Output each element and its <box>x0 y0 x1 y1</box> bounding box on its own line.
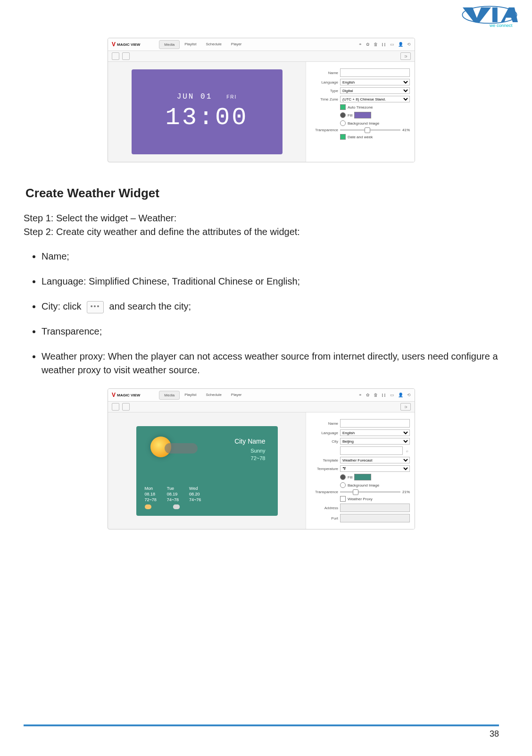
via-logo: we connect <box>461 5 518 28</box>
bullet-transparence: Transparence; <box>42 325 499 338</box>
w-transparence-slider[interactable] <box>340 491 400 493</box>
type-label: Type <box>311 89 338 93</box>
app-logo: VMAGIC VIEW <box>112 41 140 48</box>
w-city-label: City <box>311 439 338 444</box>
bgimg-radio[interactable] <box>340 120 346 126</box>
list-icon[interactable] <box>122 403 130 411</box>
gear-icon[interactable]: ✿ <box>366 42 370 47</box>
clock-editor-screenshot: VMAGIC VIEW Media Playlist Schedule Play… <box>108 38 415 162</box>
bullet-language: Language: Simplified Chinese, Traditiona… <box>42 275 499 288</box>
tab-media[interactable]: Media <box>159 391 180 400</box>
logo-tagline: we connect <box>489 23 513 28</box>
w-name-field[interactable] <box>340 419 410 428</box>
w-fill-radio[interactable] <box>340 474 346 480</box>
w-proxy-label: Weather Proxy <box>348 497 373 501</box>
w-address-label: Address <box>311 506 338 510</box>
w-city-select[interactable]: Beijing <box>340 438 410 445</box>
w-port-field[interactable] <box>340 514 410 522</box>
tab-schedule[interactable]: Schedule <box>201 391 226 400</box>
fill-radio[interactable] <box>340 112 346 118</box>
bullet-city: City: click ••• and search the city; <box>42 300 499 313</box>
timezone-label: Time Zone <box>311 97 338 101</box>
tab-playlist[interactable]: Playlist <box>180 391 201 400</box>
back-button[interactable]: ⊃ <box>400 403 411 411</box>
clock-weekday: FRI <box>226 94 237 100</box>
dateweek-checkbox[interactable] <box>340 134 346 140</box>
bullet-name: Name; <box>42 250 499 263</box>
w-fill-swatch[interactable] <box>354 474 371 480</box>
name-label: Name <box>311 71 338 75</box>
trash-icon[interactable]: 🗑 <box>374 42 378 47</box>
w-name-label: Name <box>311 421 338 426</box>
screen-icon[interactable]: ▭ <box>390 42 394 47</box>
weather-city: City Name <box>234 437 265 445</box>
chart-icon[interactable]: ⫿⫿ <box>382 393 386 397</box>
w-proxy-checkbox[interactable] <box>340 496 346 502</box>
app-tabs: Media Playlist Schedule Player <box>159 40 246 49</box>
auto-tz-label: Auto Timezone <box>348 105 373 109</box>
w-port-label: Port <box>311 516 338 521</box>
logout-icon[interactable]: ⟲ <box>407 393 411 397</box>
name-field[interactable] <box>340 68 410 77</box>
svg-rect-1 <box>492 8 498 22</box>
tab-playlist[interactable]: Playlist <box>180 40 201 49</box>
link-icon[interactable]: ⚭ <box>358 393 362 397</box>
tab-player[interactable]: Player <box>226 391 247 400</box>
w-language-label: Language <box>311 431 338 435</box>
logout-icon[interactable]: ⟲ <box>407 42 411 47</box>
chart-icon[interactable]: ⫿⫿ <box>382 42 386 47</box>
tab-player[interactable]: Player <box>226 40 247 49</box>
svg-marker-2 <box>501 8 518 22</box>
w-transparence-label: Transparence <box>311 490 338 494</box>
w-language-select[interactable]: English <box>340 429 410 436</box>
user-icon[interactable]: 👤 <box>398 393 403 397</box>
fill-swatch[interactable] <box>354 112 371 118</box>
grid-icon[interactable] <box>112 52 119 60</box>
transparence-value: 41% <box>402 128 410 132</box>
user-icon[interactable]: 👤 <box>398 42 403 47</box>
section-heading: Create Weather Widget <box>25 186 499 201</box>
weather-temp: 72~78 <box>251 455 266 461</box>
step-2: Step 2: Create city weather and define t… <box>24 227 499 237</box>
type-select[interactable]: Digital <box>340 87 410 94</box>
dateweek-label: Date and week <box>348 135 373 139</box>
grid-icon[interactable] <box>112 403 119 411</box>
w-city-search[interactable] <box>340 446 403 455</box>
w-fill-label: Fill <box>348 475 352 479</box>
cloud-icon <box>165 443 198 454</box>
w-template-select[interactable]: Weather Forecast <box>340 457 410 463</box>
w-bgimg-radio[interactable] <box>340 482 346 488</box>
weather-properties-panel: Name LanguageEnglish CityBeijing ⌕ Templ… <box>306 412 415 529</box>
auto-tz-checkbox[interactable] <box>340 104 346 110</box>
forecast-mon: Mon08.1872~78 <box>145 486 157 509</box>
clock-date: JUN 01 <box>177 92 213 101</box>
trash-icon[interactable]: 🗑 <box>374 393 378 397</box>
tab-media[interactable]: Media <box>159 40 180 49</box>
w-address-field[interactable] <box>340 504 410 512</box>
back-button[interactable]: ⊃ <box>400 52 411 60</box>
timezone-select[interactable]: (UTC + 8) Chinese Stand. <box>340 96 410 102</box>
w-transparence-value: 21% <box>402 490 410 494</box>
ellipsis-button-icon: ••• <box>87 301 104 313</box>
bullet-proxy: Weather proxy: When the player can not a… <box>42 350 499 377</box>
clock-preview: JUN 01FRI 13:00 <box>132 69 283 154</box>
list-icon[interactable] <box>122 52 130 60</box>
link-icon[interactable]: ⚭ <box>358 42 362 47</box>
language-select[interactable]: English <box>340 79 410 85</box>
page-number: 38 <box>24 729 499 739</box>
clock-properties-panel: Name LanguageEnglish TypeDigital Time Zo… <box>306 62 415 162</box>
forecast-wed: Wed08.2074~76 <box>189 486 201 509</box>
clock-time: 13:00 <box>165 104 248 132</box>
fill-label: Fill <box>348 113 352 118</box>
language-label: Language <box>311 80 338 84</box>
w-temperature-select[interactable]: ℉ <box>340 465 410 472</box>
tab-schedule[interactable]: Schedule <box>201 40 226 49</box>
transparence-label: Transparence <box>311 128 338 132</box>
transparence-slider[interactable] <box>340 129 400 131</box>
w-bgimg-label: Background Image <box>348 483 379 487</box>
gear-icon[interactable]: ✿ <box>366 393 370 397</box>
screen-icon[interactable]: ▭ <box>390 393 394 397</box>
weather-editor-screenshot: VMAGIC VIEW Media Playlist Schedule Play… <box>108 388 415 529</box>
search-icon[interactable]: ⌕ <box>405 449 410 453</box>
footer-rule <box>24 724 499 726</box>
